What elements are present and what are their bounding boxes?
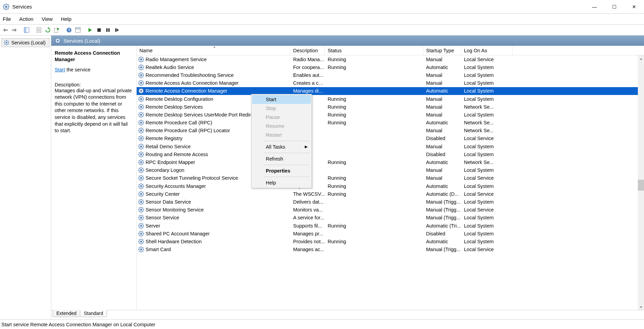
service-row[interactable]: Recommended Troubleshooting ServiceEnabl… <box>137 71 644 79</box>
service-startup-type: Manual <box>423 144 461 149</box>
menu-action[interactable]: Action <box>19 16 33 22</box>
service-startup-type: Manual <box>423 104 461 110</box>
restart-service-button[interactable] <box>113 26 121 34</box>
service-description: For coopera... <box>290 65 325 70</box>
service-log-on-as: Local Service <box>461 57 512 62</box>
gear-icon <box>138 183 144 189</box>
service-row[interactable]: ServerSupports fil...RunningAutomatic (T… <box>137 222 644 230</box>
service-description: Provides not... <box>290 239 325 244</box>
toolbar: ? <box>0 25 644 36</box>
service-row[interactable]: Remote Procedure Call (RPC) Locatordows … <box>137 127 644 135</box>
service-log-on-as: Local Service <box>461 175 512 181</box>
service-row[interactable]: Security Accounts Managerrtup ...Running… <box>137 182 644 190</box>
service-log-on-as: Local Service <box>461 207 512 213</box>
scroll-thumb[interactable] <box>638 180 644 191</box>
tab-standard[interactable]: Standard <box>80 310 107 317</box>
context-menu-separator <box>264 165 310 165</box>
menu-bar: File Action View Help <box>0 14 644 25</box>
gear-icon <box>138 238 144 245</box>
service-row[interactable]: Shared PC Account ManagerManages pr...Di… <box>137 230 644 237</box>
menu-file[interactable]: File <box>3 16 11 22</box>
service-row[interactable]: Remote Registryrem...DisabledLocal Servi… <box>137 135 644 142</box>
properties-button[interactable] <box>74 26 82 34</box>
service-row[interactable]: RPC Endpoint Mappers RP...RunningAutomat… <box>137 158 644 166</box>
service-log-on-as: Network Se... <box>461 128 512 133</box>
service-row[interactable]: Secure Socket Tunneling Protocol Service… <box>137 174 644 182</box>
service-row[interactable]: Sensor ServiceA service for...Manual (Tr… <box>137 214 644 222</box>
maximize-button[interactable]: ☐ <box>604 0 624 13</box>
menu-view[interactable]: View <box>42 16 53 22</box>
service-row[interactable]: Remote Desktop Servicesusers...RunningMa… <box>137 103 644 111</box>
context-menu-properties[interactable]: Properties <box>252 166 311 175</box>
service-startup-type: Automatic <box>423 239 461 244</box>
export-button[interactable] <box>53 26 61 34</box>
tree-item-services-local[interactable]: Services (Local) <box>1 38 50 47</box>
show-hide-tree-button[interactable] <box>23 26 31 34</box>
svg-marker-33 <box>117 28 119 32</box>
service-log-on-as: Local System <box>461 183 512 189</box>
forward-button[interactable] <box>10 26 18 34</box>
menu-help[interactable]: Help <box>61 16 71 22</box>
description-label: Description: <box>55 82 133 87</box>
refresh-button[interactable] <box>44 26 52 34</box>
service-log-on-as: Local System <box>461 96 512 102</box>
service-row[interactable]: Secondary Logonstar...ManualLocal System <box>137 166 644 174</box>
gear-icon <box>138 207 144 213</box>
service-row[interactable]: Smart CardManages ac...Manual (Trigg...L… <box>137 246 644 253</box>
minimize-button[interactable]: — <box>585 0 604 13</box>
gear-icon <box>138 112 144 118</box>
start-service-button[interactable] <box>86 26 94 34</box>
service-row[interactable]: Remote Desktop ConfigurationDes...Runnin… <box>137 95 644 103</box>
selected-service-name: Remote Access Connection Manager <box>55 50 133 63</box>
service-row[interactable]: Remote Access Connection ManagerManages … <box>137 87 644 95</box>
service-row[interactable]: Radio Management ServiceRadio Mana...Run… <box>137 55 644 63</box>
service-row[interactable]: Sensor Data ServiceDelivers dat...Manual… <box>137 198 644 206</box>
service-name: Smart Card <box>146 247 171 252</box>
service-row[interactable]: Remote Access Auto Connection ManagerCre… <box>137 79 644 87</box>
service-row[interactable]: Security CenterThe WSCSV...RunningAutoma… <box>137 190 644 198</box>
service-log-on-as: Local System <box>461 72 512 78</box>
service-startup-type: Automatic <box>423 120 461 125</box>
context-menu-separator <box>264 153 310 153</box>
context-menu-pause: Pause <box>252 113 311 122</box>
service-row[interactable]: Remote Desktop Services UserMode Port Re… <box>137 111 644 119</box>
tab-extended[interactable]: Extended <box>53 310 80 317</box>
column-header-name[interactable]: Name ▴ <box>137 46 290 55</box>
back-button[interactable] <box>1 26 10 34</box>
context-menu-all-tasks[interactable]: All Tasks ▶ <box>252 142 311 151</box>
start-service-link[interactable]: Start <box>55 67 65 72</box>
list-pane: Name ▴ Description Status Startup Type L… <box>137 46 644 310</box>
context-menu-refresh[interactable]: Refresh <box>252 154 311 163</box>
scroll-up-button[interactable]: ▴ <box>638 55 644 61</box>
vertical-scrollbar[interactable]: ▴ ▾ <box>638 55 644 310</box>
service-row[interactable]: Realtek Audio ServiceFor coopera...Runni… <box>137 63 644 71</box>
service-log-on-as: Local System <box>461 239 512 244</box>
export-list-button[interactable] <box>35 26 43 34</box>
gear-icon <box>138 104 144 110</box>
service-log-on-as: Local System <box>461 88 512 94</box>
service-row[interactable]: Routing and Remote Accessouti...Disabled… <box>137 150 644 158</box>
service-startup-type: Manual (Trigg... <box>423 247 461 252</box>
svg-rect-11 <box>5 29 8 30</box>
service-name: Remote Desktop Services UserMode Port Re… <box>146 112 254 118</box>
scroll-down-button[interactable]: ▾ <box>638 304 644 310</box>
column-header-log-on-as[interactable]: Log On As <box>461 46 512 55</box>
service-name: Remote Desktop Services <box>146 104 203 110</box>
context-menu-resume: Resume <box>252 122 311 131</box>
column-header-description[interactable]: Description <box>290 46 325 55</box>
pause-service-button[interactable] <box>104 26 112 34</box>
context-menu-help[interactable]: Help <box>252 178 311 187</box>
column-header-startup-type[interactable]: Startup Type <box>423 46 461 55</box>
service-row[interactable]: Remote Procedure Call (RPC)CSS s...Runni… <box>137 119 644 127</box>
close-button[interactable]: ✕ <box>624 0 644 13</box>
stop-service-button[interactable] <box>95 26 103 34</box>
service-log-on-as: Local Service <box>461 191 512 197</box>
service-row[interactable]: Sensor Monitoring ServiceMonitors va...M… <box>137 206 644 214</box>
service-row[interactable]: Retail Demo Serviceail D...ManualLocal S… <box>137 142 644 150</box>
service-row[interactable]: Shell Hardware DetectionProvides not...R… <box>137 237 644 245</box>
context-menu-start[interactable]: Start <box>252 95 311 104</box>
context-menu-all-tasks-label: All Tasks <box>266 144 285 150</box>
help-button[interactable]: ? <box>65 26 73 34</box>
column-header-status[interactable]: Status <box>325 46 423 55</box>
svg-marker-10 <box>3 28 5 32</box>
